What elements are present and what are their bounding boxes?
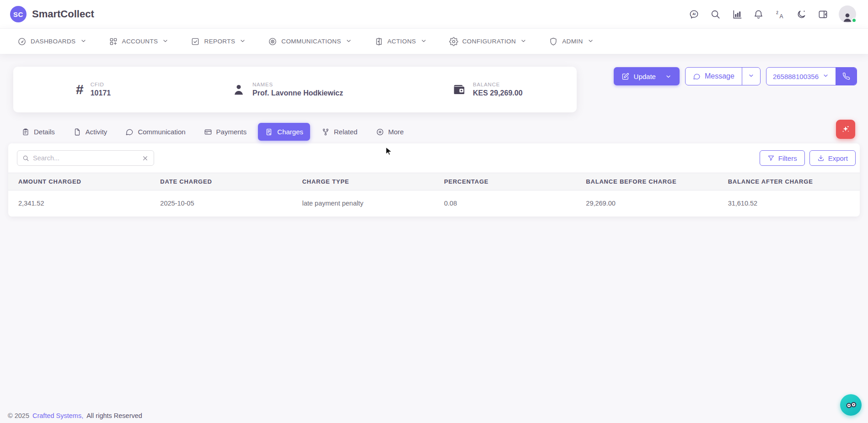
nav-item-accounts[interactable]: ACCOUNTS xyxy=(109,37,169,46)
svg-text:AI: AI xyxy=(692,12,695,16)
tab-communication[interactable]: Communication xyxy=(118,123,192,141)
customizer-button[interactable] xyxy=(836,120,855,139)
field-value: KES 29,269.00 xyxy=(473,89,523,97)
chevron-down-icon xyxy=(420,37,427,46)
chevron-down-icon[interactable] xyxy=(665,73,672,80)
funnel-icon xyxy=(767,154,775,162)
door-icon xyxy=(374,37,383,46)
user-avatar[interactable] xyxy=(839,5,856,23)
account-actions: Update Message xyxy=(614,67,857,85)
chevron-down-icon xyxy=(822,72,829,80)
column-header[interactable]: BALANCE BEFORE CHARGE xyxy=(576,173,718,190)
nav-item-actions[interactable]: ACTIONS xyxy=(374,37,427,46)
sparkle-burst-icon xyxy=(841,124,851,134)
charges-toolbar: Filters Export xyxy=(8,143,860,173)
chat-bubble-icon xyxy=(125,128,134,136)
goggles-icon xyxy=(845,399,857,412)
ai-assistant-icon[interactable]: AI xyxy=(688,9,699,20)
tab-activity[interactable]: Activity xyxy=(66,123,114,141)
column-header[interactable]: AMOUNT CHARGED xyxy=(8,173,150,190)
search-input[interactable] xyxy=(33,154,138,162)
phone-split-button: 265888100356 xyxy=(766,67,857,85)
nav-item-reports[interactable]: REPORTS xyxy=(191,37,246,46)
wallet-icon xyxy=(452,83,466,96)
export-button[interactable]: Export xyxy=(809,150,856,166)
cell-percentage: 0.08 xyxy=(434,190,576,217)
chevron-down-icon xyxy=(80,37,87,46)
search-icon xyxy=(22,155,29,162)
column-header[interactable]: DATE CHARGED xyxy=(150,173,292,190)
translate-icon[interactable]: ż A xyxy=(774,9,785,20)
gauge-icon xyxy=(17,37,27,46)
chevron-down-icon xyxy=(239,37,246,46)
svg-text:ż: ż xyxy=(776,10,778,15)
field-value: Prof. Lavonne Hodkiewicz xyxy=(252,89,343,97)
column-header[interactable]: PERCENTAGE xyxy=(434,173,576,190)
brand-logo[interactable]: SC xyxy=(10,6,27,22)
receipt-icon xyxy=(265,128,273,136)
search-box xyxy=(17,150,154,166)
nav-item-communications[interactable]: COMMUNICATIONS xyxy=(268,37,352,46)
hash-icon: # xyxy=(76,83,84,96)
chevron-down-icon xyxy=(162,37,169,46)
tab-details[interactable]: Details xyxy=(15,123,62,141)
svg-text:A: A xyxy=(779,13,783,19)
person-icon xyxy=(232,83,246,96)
copyright-year: © 2025 xyxy=(8,412,29,419)
chevron-down-icon xyxy=(520,37,527,46)
checkbox-icon xyxy=(191,37,200,46)
phone-number-dropdown[interactable]: 265888100356 xyxy=(766,68,836,85)
update-button[interactable]: Update xyxy=(614,67,680,85)
field-value: 10171 xyxy=(91,89,111,97)
company-link[interactable]: Crafted Systems, xyxy=(32,412,83,419)
shield-icon xyxy=(549,37,558,46)
main-content: # CFID 10171 NAMES Prof. Lavonne Hodkiew… xyxy=(0,54,868,217)
app-window: SC SmartCollect AI xyxy=(0,0,868,423)
tab-payments[interactable]: Payments xyxy=(197,123,254,141)
account-tabs: Details Activity Communication Payments xyxy=(15,123,860,141)
cell-charge-type: late payment penalty xyxy=(292,190,434,217)
search-icon[interactable] xyxy=(710,9,721,20)
column-header[interactable]: BALANCE AFTER CHARGE xyxy=(718,173,860,190)
chevron-down-icon xyxy=(748,72,755,81)
account-field-cfid: # CFID 10171 xyxy=(76,82,111,97)
sidebar-toggle-icon[interactable] xyxy=(817,9,828,20)
message-button[interactable]: Message xyxy=(686,68,742,85)
field-label: BALANCE xyxy=(473,82,523,87)
brand-name: SmartCollect xyxy=(32,8,94,20)
clear-search-icon[interactable] xyxy=(142,155,149,162)
cell-balance-after: 31,610.52 xyxy=(718,190,860,217)
table-row[interactable]: 2,341.52 2025-10-05 late payment penalty… xyxy=(8,190,860,217)
tab-related[interactable]: Related xyxy=(315,123,364,141)
tab-charges[interactable]: Charges xyxy=(258,123,310,141)
gear-icon xyxy=(449,37,458,46)
message-split-button: Message xyxy=(685,67,761,85)
filters-button[interactable]: Filters xyxy=(760,150,805,166)
main-navbar: DASHBOARDS ACCOUNTS REPORTS xyxy=(0,28,868,54)
charges-panel: Filters Export AMOUNT CHARGED DATE CHARG… xyxy=(8,143,860,217)
message-options-chevron[interactable] xyxy=(742,68,760,85)
tab-more[interactable]: More xyxy=(369,123,411,141)
notifications-bell-icon[interactable] xyxy=(753,9,764,20)
account-field-names: NAMES Prof. Lavonne Hodkiewicz xyxy=(232,82,343,97)
chat-bubble-icon xyxy=(693,73,701,80)
cell-balance-before: 29,269.00 xyxy=(576,190,718,217)
download-icon xyxy=(817,154,825,162)
support-chat-button[interactable] xyxy=(840,394,862,416)
cell-amount-charged: 2,341.52 xyxy=(8,190,150,217)
call-button[interactable] xyxy=(836,68,857,85)
online-status-dot xyxy=(852,18,857,23)
file-icon xyxy=(73,128,81,136)
statistics-icon[interactable] xyxy=(731,9,742,20)
toolbar-right: Filters Export xyxy=(760,150,856,166)
dark-mode-moon-icon[interactable] xyxy=(796,9,807,20)
grid-plus-icon xyxy=(109,37,118,46)
edit-icon xyxy=(622,73,629,80)
nav-item-dashboards[interactable]: DASHBOARDS xyxy=(17,37,87,46)
nav-item-configuration[interactable]: CONFIGURATION xyxy=(449,37,527,46)
column-header[interactable]: CHARGE TYPE xyxy=(292,173,434,190)
table-header-row: AMOUNT CHARGED DATE CHARGED CHARGE TYPE … xyxy=(8,173,860,190)
nav-item-admin[interactable]: ADMIN xyxy=(549,37,594,46)
topbar: SC SmartCollect AI xyxy=(0,0,868,28)
charges-table: AMOUNT CHARGED DATE CHARGED CHARGE TYPE … xyxy=(8,173,860,217)
